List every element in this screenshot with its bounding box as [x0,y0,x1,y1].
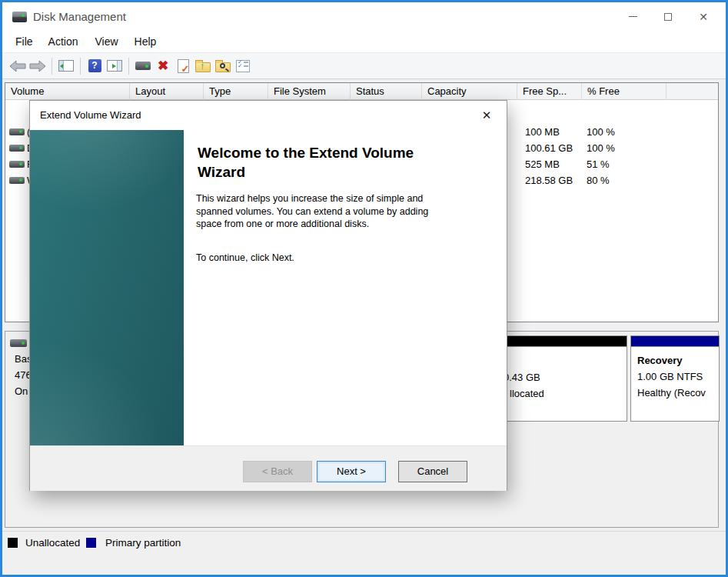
close-button[interactable]: ✕ [686,2,721,31]
help-icon[interactable]: ? [85,57,105,75]
maximize-icon [664,13,672,21]
column-header-pctfree[interactable]: % Free [582,83,667,100]
window-title: Disk Management [33,10,126,23]
back-button[interactable]: < Back [243,461,312,482]
dialog-title-bar[interactable]: Extend Volume Wizard ✕ [30,101,507,130]
drive-glyph [135,62,151,70]
unallocated-size: 0.43 GB [504,372,540,383]
pct-free-value: 100 % [587,142,615,154]
folder-glyph: ↑ [195,62,211,72]
dialog-close-icon[interactable]: ✕ [476,107,497,124]
wizard-content: Welcome to the Extend Volume Wizard This… [184,130,507,445]
back-icon[interactable] [8,57,28,75]
disk-icon [10,339,27,347]
checklist-glyph: ✓ ✓ [236,60,250,72]
disk-management-window: Disk Management ✕ File Action View Help … [0,0,728,577]
magnifier-glyph [220,63,225,68]
free-space-value: 100 MB [525,126,560,138]
column-header-filler [667,83,718,100]
column-header-freespace[interactable]: Free Sp... [517,83,582,100]
recovery-partition-cell[interactable]: Recovery 1.00 GB NTFS Healthy (Recov [630,335,720,422]
free-space-value: 218.58 GB [525,175,573,186]
pct-free-value: 100 % [587,126,615,138]
primary-partition-legend-swatch [86,538,96,548]
unallocated-label: llocated [510,388,544,399]
unallocated-color-bar [493,336,627,347]
folder-glyph [215,62,231,72]
show-action-pane-icon[interactable] [105,57,125,75]
toolbar-separator [80,58,81,75]
free-space-value: 100.61 GB [525,142,573,154]
disk-status-fragment: On [15,385,28,397]
checklist-icon[interactable]: ✓ ✓ [233,57,253,75]
properties-check-icon[interactable]: ✓ [173,57,193,75]
pct-free-value: 51 % [587,158,610,170]
wizard-heading: Welcome to the Extend Volume Wizard [198,143,451,182]
legend-bar: Unallocated Primary partition [2,531,726,575]
volume-icon [9,128,25,135]
menu-action[interactable]: Action [47,32,80,51]
help-glyph: ? [88,59,101,72]
cancel-button[interactable]: Cancel [398,461,467,482]
window-controls: ✕ [615,2,721,31]
window-border [0,0,2,577]
column-header-status[interactable]: Status [351,83,422,100]
device-icon[interactable] [133,57,153,75]
show-console-tree-icon[interactable] [56,57,76,75]
wizard-instruction: To continue, click Next. [196,252,294,263]
toolbar-separator [52,58,52,75]
window-border [0,0,728,2]
next-button[interactable]: Next > [317,461,386,482]
volume-icon [9,161,25,168]
menu-help[interactable]: Help [133,32,158,51]
minimize-button[interactable] [615,2,650,31]
legend-label-unallocated: Unallocated [25,537,80,549]
minimize-icon [629,16,637,17]
partition-name: Recovery [637,352,719,369]
console-tree-glyph [58,60,74,72]
legend-label-primary-partition: Primary partition [105,537,181,549]
partition-size: 1.00 GB NTFS [637,369,719,385]
column-header-type[interactable]: Type [204,83,268,100]
folder-up-icon[interactable]: ↑ [193,57,213,75]
disk-drive-icon [12,12,27,22]
dialog-title: Extend Volume Wizard [40,109,141,121]
menu-file[interactable]: File [14,32,35,51]
column-header-capacity[interactable]: Capacity [422,83,517,100]
menu-bar: File Action View Help [2,31,726,52]
wizard-button-bar: < Back Next > Cancel [30,445,507,491]
primary-partition-color-bar [631,336,719,347]
free-space-value: 525 MB [525,158,560,170]
unallocated-partition-cell[interactable]: 0.43 GB llocated [492,335,627,422]
toolbar-separator [128,58,129,75]
menu-view[interactable]: View [93,32,119,51]
delete-icon[interactable]: ✖ [153,57,173,75]
column-header-volume[interactable]: Volume [5,83,130,100]
column-header-layout[interactable]: Layout [130,83,204,100]
volume-icon [9,177,25,184]
pct-free-value: 80 % [587,175,610,186]
forward-icon[interactable] [28,57,48,75]
document-glyph: ✓ [178,59,189,73]
column-header-filesystem[interactable]: File System [268,83,351,100]
wizard-watermark-panel [30,130,184,445]
unallocated-legend-swatch [8,538,18,548]
extend-volume-wizard-dialog: Extend Volume Wizard ✕ Welcome to the Ex… [29,100,507,491]
maximize-button[interactable] [650,2,686,31]
volume-icon [9,145,25,152]
toolbar: ? ✖ ✓ ↑ ✓ ✓ [2,52,726,79]
title-bar[interactable]: Disk Management ✕ [2,2,726,31]
wizard-body-text: This wizard helps you increase the size … [196,192,450,231]
partition-status: Healthy (Recov [637,385,719,401]
action-pane-glyph [107,60,122,72]
recovery-partition-text: Recovery 1.00 GB NTFS Healthy (Recov [631,347,719,401]
volume-list-header: Volume Layout Type File System Status Ca… [5,83,718,100]
folder-search-icon[interactable] [213,57,233,75]
